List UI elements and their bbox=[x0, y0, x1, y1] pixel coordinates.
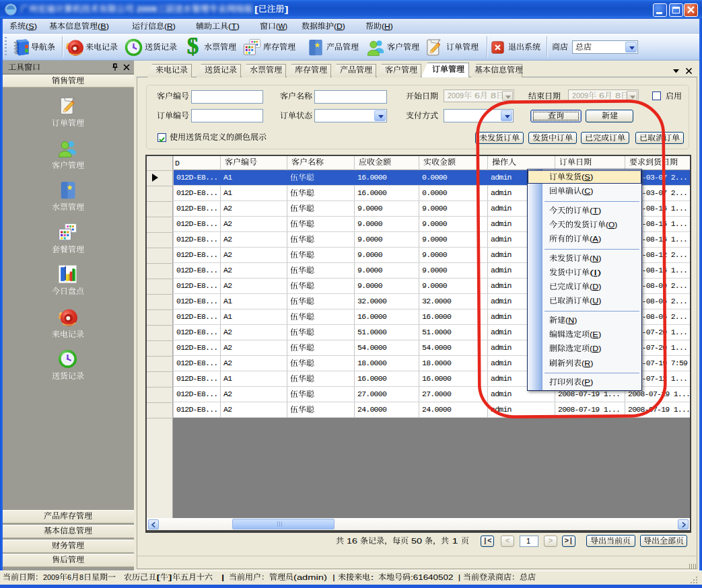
svg-text:8: 8 bbox=[79, 573, 83, 581]
svg-text:1: 1 bbox=[449, 537, 461, 545]
svg-text:6: 6 bbox=[67, 573, 71, 581]
svg-text:2009: 2009 bbox=[448, 91, 464, 100]
svg-text:16: 16 bbox=[344, 537, 360, 545]
svg-text:(T): (T) bbox=[228, 22, 240, 30]
svg-text:|: | bbox=[213, 573, 229, 581]
svg-text:(S): (S) bbox=[26, 22, 37, 30]
svg-text::61640502 |: :61640502 | bbox=[411, 573, 463, 581]
svg-text:(W): (W) bbox=[276, 22, 287, 30]
svg-text:$: $ bbox=[187, 38, 199, 57]
svg-text:(B): (B) bbox=[98, 22, 109, 30]
svg-text::: : bbox=[370, 573, 378, 581]
svg-text:(R): (R) bbox=[164, 22, 176, 30]
svg-text:50: 50 bbox=[409, 537, 425, 545]
svg-text:(H): (H) bbox=[382, 22, 393, 30]
svg-text:(admin) |: (admin) | bbox=[293, 573, 338, 581]
svg-text:]: ] bbox=[285, 5, 289, 14]
svg-text:(D): (D) bbox=[334, 22, 345, 30]
svg-text:]: ] bbox=[168, 573, 172, 581]
svg-text:[: [ bbox=[254, 5, 258, 14]
svg-text:2009: 2009 bbox=[43, 573, 59, 581]
svg-text:2009: 2009 bbox=[134, 5, 157, 14]
svg-text:[: [ bbox=[156, 573, 161, 581]
